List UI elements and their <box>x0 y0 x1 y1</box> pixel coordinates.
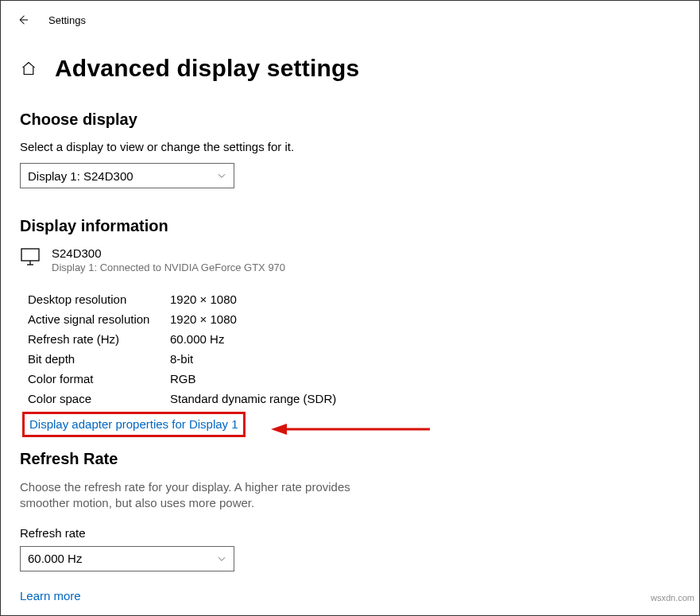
info-key: Color format <box>28 372 170 385</box>
info-row: Active signal resolution1920 × 1080 <box>28 309 680 329</box>
refresh-rate-heading: Refresh Rate <box>20 450 680 468</box>
info-val: 1920 × 1080 <box>170 293 237 306</box>
back-button[interactable] <box>10 7 36 33</box>
refresh-rate-value: 60.000 Hz <box>28 552 82 565</box>
page-title: Advanced display settings <box>55 55 359 82</box>
refresh-rate-label: Refresh rate <box>20 526 680 540</box>
display-select[interactable]: Display 1: S24D300 <box>20 163 234 188</box>
monitor-name: S24D300 <box>52 246 285 260</box>
svg-rect-0 <box>21 249 39 261</box>
watermark: wsxdn.com <box>651 593 694 602</box>
info-val: 1920 × 1080 <box>170 312 237 326</box>
choose-display-subtext: Select a display to view or change the s… <box>20 140 680 153</box>
display-adapter-properties-link[interactable]: Display adapter properties for Display 1 <box>29 417 238 431</box>
info-key: Refresh rate (Hz) <box>28 332 170 346</box>
refresh-rate-desc: Choose the refresh rate for your display… <box>20 479 369 512</box>
info-val: 8-bit <box>170 352 193 366</box>
arrow-left-icon <box>16 13 30 27</box>
monitor-connection: Display 1: Connected to NVIDIA GeForce G… <box>52 262 285 273</box>
info-row: Bit depth8-bit <box>28 349 680 369</box>
info-key: Desktop resolution <box>28 293 170 306</box>
info-key: Active signal resolution <box>28 312 170 326</box>
info-val: Standard dynamic range (SDR) <box>170 392 336 405</box>
home-icon[interactable] <box>20 60 37 77</box>
display-info-heading: Display information <box>20 217 680 235</box>
learn-more-link[interactable]: Learn more <box>20 589 81 602</box>
info-val: 60.000 Hz <box>170 332 224 346</box>
choose-display-heading: Choose display <box>20 110 680 129</box>
refresh-rate-select[interactable]: 60.000 Hz <box>20 546 234 571</box>
monitor-icon <box>20 246 41 265</box>
info-row: Color formatRGB <box>28 369 680 389</box>
info-row: Refresh rate (Hz)60.000 Hz <box>28 329 680 349</box>
info-key: Bit depth <box>28 352 170 366</box>
display-select-value: Display 1: S24D300 <box>28 169 133 183</box>
chevron-down-icon <box>216 170 227 181</box>
info-val: RGB <box>170 372 196 385</box>
info-row: Desktop resolution1920 × 1080 <box>28 289 680 309</box>
chevron-down-icon <box>216 553 227 564</box>
info-row: Color spaceStandard dynamic range (SDR) <box>28 389 680 409</box>
info-key: Color space <box>28 392 170 405</box>
window-title: Settings <box>48 14 86 26</box>
